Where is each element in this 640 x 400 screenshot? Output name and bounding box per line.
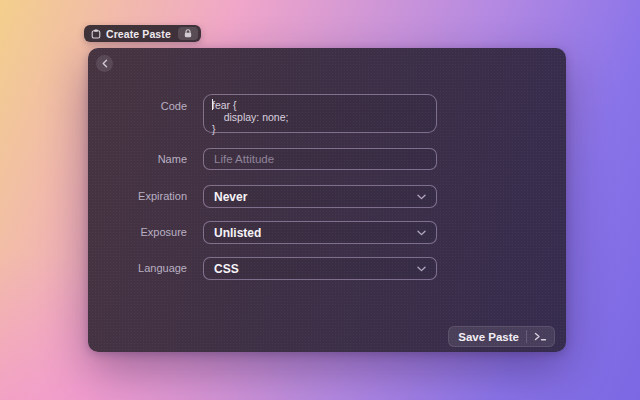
expiration-value: Never [214, 190, 247, 204]
desktop-background: { "chip": { "label": "Create Paste" }, "… [0, 0, 640, 400]
exposure-value: Unlisted [214, 226, 261, 240]
language-row: Language CSS [88, 257, 566, 280]
code-label: Code [88, 94, 187, 112]
expiration-row: Expiration Never [88, 185, 566, 208]
exposure-dropdown[interactable]: Unlisted [203, 221, 437, 244]
exposure-row: Exposure Unlisted [88, 221, 566, 244]
chevron-down-icon [417, 230, 426, 236]
expiration-label: Expiration [88, 185, 187, 208]
exposure-label: Exposure [88, 221, 187, 244]
chevron-down-icon [417, 266, 426, 272]
language-dropdown[interactable]: CSS [203, 257, 437, 280]
expiration-dropdown[interactable]: Never [203, 185, 437, 208]
language-label: Language [88, 257, 187, 280]
back-button[interactable] [96, 55, 113, 72]
save-paste-button[interactable]: Save Paste [448, 326, 555, 347]
button-divider [526, 330, 527, 343]
code-textarea[interactable]: fear { display: none; } [203, 94, 437, 133]
terminal-prompt-icon [534, 332, 547, 341]
text-cursor [212, 99, 213, 110]
paste-app-icon [91, 29, 101, 39]
lock-badge [178, 27, 198, 40]
chevron-down-icon [417, 194, 426, 200]
code-text: fear { display: none; } [212, 99, 428, 135]
name-input[interactable] [203, 148, 437, 170]
lock-icon [183, 29, 193, 38]
code-row: Code fear { display: none; } [88, 94, 566, 133]
command-chip: Create Paste [84, 25, 201, 42]
command-chip-label: Create Paste [106, 28, 171, 40]
language-value: CSS [214, 262, 239, 276]
name-row: Name [88, 148, 566, 170]
save-paste-label: Save Paste [458, 331, 519, 343]
name-label: Name [88, 154, 187, 165]
create-paste-window: Code fear { display: none; } Name Expira… [88, 48, 566, 352]
chevron-left-icon [101, 59, 109, 68]
